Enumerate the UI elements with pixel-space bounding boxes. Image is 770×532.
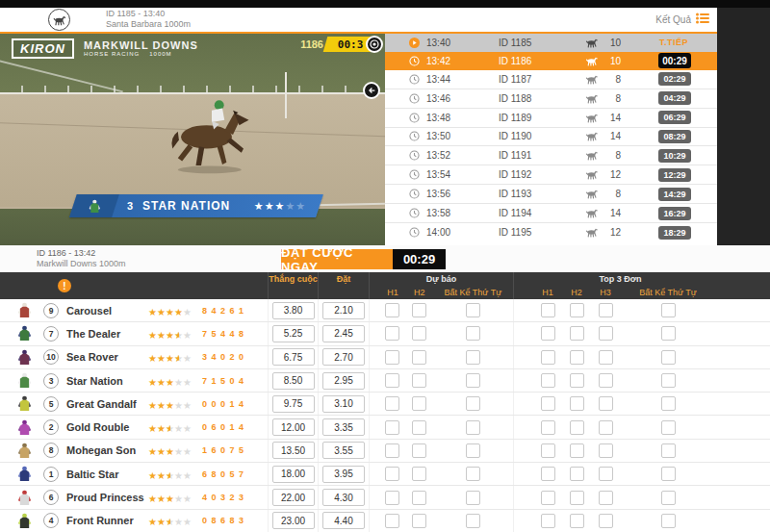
top3-any-order-checkbox[interactable] (661, 420, 676, 435)
forecast-any-order-checkbox[interactable] (466, 420, 480, 435)
top3-h3-checkbox[interactable] (599, 491, 613, 505)
top3-h1-checkbox[interactable] (541, 303, 555, 317)
forecast-h1-checkbox[interactable] (385, 491, 399, 505)
top3-h3-checkbox[interactable] (599, 514, 613, 528)
top3-h2-checkbox[interactable] (570, 350, 584, 365)
forecast-h2-checkbox[interactable] (412, 420, 426, 435)
place-odds-button[interactable]: 3.35 (322, 418, 365, 436)
results-button[interactable]: Kết Quả (655, 11, 709, 28)
forecast-h1-checkbox[interactable] (385, 303, 399, 317)
top3-h3-checkbox[interactable] (599, 326, 613, 341)
top3-h3-checkbox[interactable] (599, 420, 613, 435)
race-list-row[interactable]: 13:50 ID 1190 14 08:29 (385, 127, 717, 146)
race-list-row[interactable]: 13:54 ID 1192 12 12:29 (385, 165, 717, 184)
forecast-h2-checkbox[interactable] (412, 373, 426, 388)
forecast-any-order-checkbox[interactable] (466, 350, 480, 365)
forecast-h1-checkbox[interactable] (385, 514, 399, 528)
forecast-h2-checkbox[interactable] (412, 491, 426, 505)
forecast-h1-checkbox[interactable] (385, 326, 399, 341)
win-odds-button[interactable]: 3.80 (272, 302, 315, 319)
top3-h2-checkbox[interactable] (570, 514, 584, 528)
forecast-any-order-checkbox[interactable] (466, 514, 480, 528)
forecast-h2-checkbox[interactable] (412, 514, 426, 528)
win-odds-button[interactable]: 18.00 (272, 466, 315, 483)
top3-h1-checkbox[interactable] (541, 514, 555, 528)
forecast-h2-checkbox[interactable] (412, 467, 426, 481)
race-list-row[interactable]: 13:48 ID 1189 14 06:29 (385, 108, 717, 127)
top3-h1-checkbox[interactable] (541, 326, 555, 341)
top3-h2-checkbox[interactable] (570, 443, 584, 458)
race-list-row[interactable]: 13:56 ID 1193 8 14:29 (385, 184, 717, 203)
forecast-h1-checkbox[interactable] (385, 420, 399, 435)
top3-h1-checkbox[interactable] (541, 491, 555, 505)
forecast-h2-checkbox[interactable] (412, 326, 426, 341)
top3-h1-checkbox[interactable] (541, 350, 555, 365)
place-odds-button[interactable]: 4.40 (322, 512, 365, 529)
top3-h3-checkbox[interactable] (599, 467, 613, 481)
forecast-any-order-checkbox[interactable] (466, 491, 480, 505)
top3-h1-checkbox[interactable] (541, 467, 555, 481)
win-odds-button[interactable]: 22.00 (272, 489, 315, 506)
place-odds-button[interactable]: 2.45 (322, 325, 365, 342)
replay-back-icon[interactable] (363, 82, 380, 99)
top3-any-order-checkbox[interactable] (661, 350, 676, 365)
top3-h2-checkbox[interactable] (570, 326, 584, 341)
top3-any-order-checkbox[interactable] (661, 326, 676, 341)
race-list-row[interactable]: 13:46 ID 1188 8 04:29 (385, 89, 717, 108)
top3-h2-checkbox[interactable] (570, 420, 584, 435)
top3-h3-checkbox[interactable] (599, 373, 613, 388)
forecast-h2-checkbox[interactable] (412, 350, 426, 365)
place-odds-button[interactable]: 2.70 (322, 348, 365, 366)
forecast-h2-checkbox[interactable] (412, 396, 426, 411)
top3-h2-checkbox[interactable] (570, 467, 584, 481)
forecast-any-order-checkbox[interactable] (466, 443, 480, 458)
win-odds-button[interactable]: 6.75 (272, 348, 315, 366)
place-odds-button[interactable]: 3.95 (322, 466, 365, 483)
top3-h3-checkbox[interactable] (599, 443, 613, 458)
forecast-any-order-checkbox[interactable] (466, 396, 480, 411)
win-odds-button[interactable]: 13.50 (272, 442, 315, 459)
top3-h2-checkbox[interactable] (570, 303, 584, 317)
forecast-h1-checkbox[interactable] (385, 467, 399, 481)
top3-h1-checkbox[interactable] (541, 396, 555, 411)
top3-h2-checkbox[interactable] (570, 373, 584, 388)
top3-any-order-checkbox[interactable] (661, 467, 676, 481)
forecast-any-order-checkbox[interactable] (466, 373, 480, 388)
top3-any-order-checkbox[interactable] (661, 443, 676, 458)
forecast-any-order-checkbox[interactable] (466, 303, 480, 317)
top3-any-order-checkbox[interactable] (661, 373, 676, 388)
win-odds-button[interactable]: 8.50 (272, 372, 315, 390)
info-icon[interactable]: ! (58, 279, 71, 292)
top3-any-order-checkbox[interactable] (661, 491, 676, 505)
forecast-h1-checkbox[interactable] (385, 443, 399, 458)
top3-h1-checkbox[interactable] (541, 373, 555, 388)
top3-h1-checkbox[interactable] (541, 443, 555, 458)
race-video-player[interactable]: KIRON MARKWILL DOWNS HORSE RACING 1000M … (0, 34, 385, 245)
top3-h3-checkbox[interactable] (599, 303, 613, 317)
forecast-h1-checkbox[interactable] (385, 350, 399, 365)
place-odds-button[interactable]: 2.10 (322, 302, 365, 319)
win-odds-button[interactable]: 23.00 (272, 512, 315, 529)
win-odds-button[interactable]: 5.25 (272, 325, 315, 342)
place-odds-button[interactable]: 2.95 (322, 372, 365, 390)
place-odds-button[interactable]: 4.30 (322, 489, 365, 506)
record-icon[interactable] (366, 36, 383, 53)
top3-any-order-checkbox[interactable] (661, 514, 676, 528)
bet-now-button[interactable]: ĐẶT CƯỢC NGAY (281, 249, 393, 269)
race-list-row[interactable]: 13:44 ID 1187 8 02:29 (385, 70, 717, 89)
top3-h3-checkbox[interactable] (599, 350, 613, 365)
top3-h2-checkbox[interactable] (570, 396, 584, 411)
forecast-h1-checkbox[interactable] (385, 396, 399, 411)
place-odds-button[interactable]: 3.55 (322, 442, 365, 459)
forecast-any-order-checkbox[interactable] (466, 326, 480, 341)
race-list-row[interactable]: 14:00 ID 1195 12 18:29 (385, 222, 717, 241)
win-odds-button[interactable]: 12.00 (272, 418, 315, 436)
win-odds-button[interactable]: 9.75 (272, 395, 315, 413)
forecast-h1-checkbox[interactable] (385, 373, 399, 388)
top3-h3-checkbox[interactable] (599, 396, 613, 411)
top3-h1-checkbox[interactable] (541, 420, 555, 435)
forecast-h2-checkbox[interactable] (412, 443, 426, 458)
top3-any-order-checkbox[interactable] (661, 396, 676, 411)
top3-h2-checkbox[interactable] (570, 491, 584, 505)
place-odds-button[interactable]: 3.10 (322, 395, 365, 413)
